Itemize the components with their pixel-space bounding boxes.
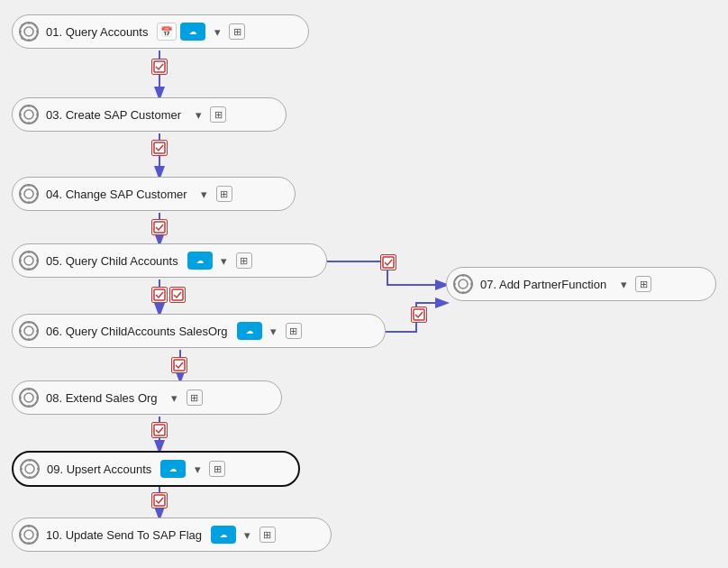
svg-rect-42 [28, 268, 30, 270]
node-03-controls: ▾ ⊞ [190, 106, 226, 123]
svg-rect-74 [36, 534, 39, 536]
checkpoint-09-10[interactable] [151, 492, 168, 508]
node-09-upsert-accounts[interactable]: 09. Upsert Accounts ☁ ▾ ⊞ [12, 451, 300, 487]
dropdown-btn-04[interactable]: ▾ [196, 186, 213, 202]
plus-btn-09[interactable]: ⊞ [209, 461, 225, 477]
dropdown-btn-08[interactable]: ▾ [167, 389, 183, 406]
plus-btn-10[interactable]: ⊞ [259, 527, 276, 543]
node-08-controls: ▾ ⊞ [167, 389, 203, 406]
svg-rect-9 [154, 222, 165, 233]
svg-rect-13 [414, 309, 424, 320]
svg-point-40 [24, 256, 33, 265]
svg-rect-68 [37, 468, 40, 470]
plus-btn-03[interactable]: ⊞ [210, 106, 226, 123]
plus-btn-01[interactable]: ⊞ [229, 23, 245, 40]
svg-rect-49 [19, 330, 22, 332]
gear-icon-07 [451, 272, 475, 296]
svg-rect-48 [28, 338, 30, 341]
salesforce-icon-09[interactable]: ☁ [160, 460, 186, 478]
node-05-query-child-accounts[interactable]: 05. Query Child Accounts ☁ ▾ ⊞ [12, 243, 327, 278]
gear-icon-06 [17, 319, 41, 343]
svg-rect-22 [36, 31, 39, 32]
svg-rect-53 [462, 274, 464, 277]
gear-icon-10 [17, 523, 41, 546]
node-09-controls: ☁ ▾ ⊞ [160, 460, 225, 478]
svg-point-18 [24, 27, 33, 36]
node-03-label: 03. Create SAP Customer [46, 108, 181, 122]
checkpoint-08-09[interactable] [151, 422, 168, 438]
node-06-label: 06. Query ChildAccounts SalesOrg [46, 325, 228, 338]
svg-point-69 [20, 526, 38, 544]
svg-rect-73 [19, 534, 22, 536]
dropdown-btn-05[interactable]: ▾ [216, 252, 232, 269]
node-08-extend-sales-org[interactable]: 08. Extend Sales Org ▾ ⊞ [12, 380, 282, 415]
svg-point-39 [20, 252, 38, 270]
dropdown-btn-09[interactable]: ▾ [189, 461, 205, 477]
gear-icon-04 [17, 182, 41, 206]
svg-rect-10 [154, 289, 165, 300]
checkpoint-01-03[interactable] [151, 59, 168, 75]
svg-point-34 [24, 189, 33, 198]
checkpoint-05-07[interactable] [380, 254, 396, 270]
salesforce-icon-01[interactable]: ☁ [180, 23, 205, 41]
node-06-controls: ☁ ▾ ⊞ [237, 322, 302, 340]
svg-rect-8 [154, 142, 165, 153]
svg-rect-20 [28, 39, 30, 41]
dropdown-btn-06[interactable]: ▾ [266, 323, 282, 339]
dropdown-btn-03[interactable]: ▾ [190, 106, 206, 123]
svg-rect-71 [28, 525, 30, 527]
svg-rect-56 [470, 283, 473, 285]
dropdown-btn-07[interactable]: ▾ [615, 276, 632, 292]
node-03-create-sap-customer[interactable]: 03. Create SAP Customer ▾ ⊞ [12, 97, 287, 132]
svg-rect-32 [36, 114, 39, 115]
dropdown-btn-01[interactable]: ▾ [209, 23, 225, 40]
salesforce-icon-10[interactable]: ☁ [211, 526, 236, 544]
plus-btn-08[interactable]: ⊞ [187, 389, 203, 406]
calendar-icon-01[interactable]: 📅 [157, 23, 177, 41]
dropdown-btn-10[interactable]: ▾ [240, 527, 256, 543]
gear-icon-01 [17, 20, 41, 43]
checkpoint-03-04[interactable] [151, 140, 168, 156]
checkpoint-04-05[interactable] [151, 219, 168, 235]
svg-rect-30 [28, 122, 30, 124]
svg-rect-16 [154, 495, 165, 506]
gear-icon-09 [18, 457, 41, 481]
svg-rect-19 [28, 22, 30, 24]
svg-rect-50 [36, 330, 39, 332]
svg-rect-7 [154, 61, 165, 72]
svg-rect-31 [19, 114, 22, 115]
svg-rect-43 [19, 260, 22, 261]
svg-rect-14 [174, 360, 185, 371]
gear-icon-03 [17, 103, 41, 126]
svg-rect-37 [19, 193, 22, 195]
node-06-query-child-accounts-salesorg[interactable]: 06. Query ChildAccounts SalesOrg ☁ ▾ ⊞ [12, 314, 386, 348]
plus-btn-06[interactable]: ⊞ [286, 323, 302, 339]
checkpoint-06-07[interactable] [411, 307, 427, 323]
checkpoint-06-08[interactable] [171, 357, 187, 373]
salesforce-icon-05[interactable]: ☁ [187, 252, 213, 270]
svg-point-27 [20, 105, 38, 124]
plus-btn-05[interactable]: ⊞ [236, 252, 252, 269]
plus-btn-04[interactable]: ⊞ [216, 186, 232, 202]
svg-rect-44 [36, 260, 39, 261]
node-07-add-partnerfunction[interactable]: 07. Add PartnerFunction ▾ ⊞ [446, 267, 716, 301]
node-04-change-sap-customer[interactable]: 04. Change SAP Customer ▾ ⊞ [12, 177, 296, 211]
node-01-label: 01. Query Accounts [46, 25, 148, 39]
svg-point-51 [454, 275, 472, 293]
node-04-label: 04. Change SAP Customer [46, 188, 187, 201]
svg-point-52 [459, 279, 468, 289]
node-10-update-send-to-sap-flag[interactable]: 10. Update Send To SAP Flag ☁ ▾ ⊞ [12, 518, 332, 552]
svg-point-57 [20, 389, 38, 407]
node-05-label: 05. Query Child Accounts [46, 254, 178, 268]
checkpoint-05-06b[interactable] [169, 287, 186, 303]
svg-point-46 [24, 326, 33, 335]
svg-rect-21 [19, 31, 22, 32]
salesforce-icon-06[interactable]: ☁ [237, 322, 262, 340]
checkpoint-05-06a[interactable] [151, 287, 168, 303]
plus-btn-07[interactable]: ⊞ [635, 276, 651, 292]
node-01-query-accounts[interactable]: 01. Query Accounts 📅 ☁ ▾ ⊞ [12, 14, 309, 49]
svg-point-58 [24, 393, 33, 402]
svg-rect-36 [28, 201, 30, 204]
node-07-controls: ▾ ⊞ [615, 276, 651, 292]
gear-icon-05 [17, 249, 41, 272]
